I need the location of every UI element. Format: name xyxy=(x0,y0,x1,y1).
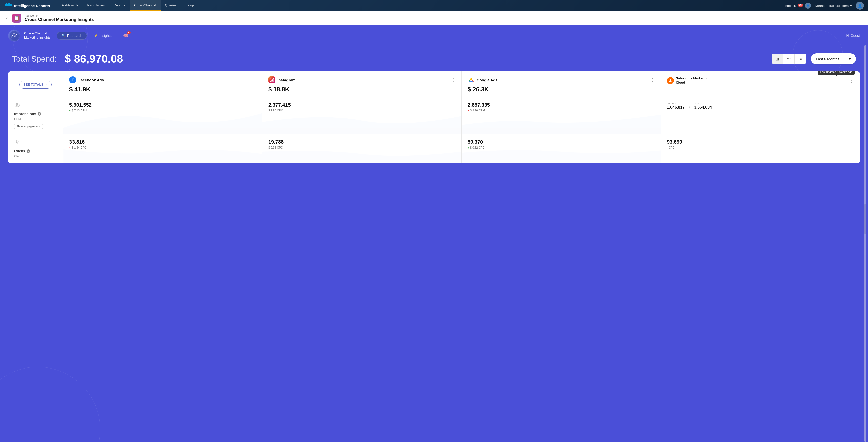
facebook-spend: $ 41.9K xyxy=(69,86,256,93)
grid-label-header: SEE TOTALS → xyxy=(8,71,63,97)
date-range-label: Last 6 Months xyxy=(816,57,839,61)
red-dot-icon: ● xyxy=(468,109,469,112)
google-ads-label: Google Ads xyxy=(477,78,498,82)
ai-icon-wrapper: 🧠 6 xyxy=(123,33,129,38)
see-totals-button[interactable]: SEE TOTALS → xyxy=(19,81,52,89)
ig-clicks-cell: 19,788 $ 0.95 CPC xyxy=(262,134,462,163)
ig-impressions-sub: $ 7.90 CPM xyxy=(269,109,455,112)
google-ads-icon xyxy=(468,76,475,83)
breadcrumb-bar: ‹ 📋 App Demo Cross-Channel Marketing Ins… xyxy=(0,11,868,25)
view-controls: ⊞ 〜 ≡ Last 6 Months ▾ xyxy=(772,54,856,64)
back-button[interactable]: ‹ xyxy=(5,14,8,22)
nav-dashboards[interactable]: Dashboards xyxy=(56,0,83,11)
top-navigation: Intelligence Reports Dashboards Pivot Ta… xyxy=(0,0,868,11)
tab-insights[interactable]: ⚡ Insights xyxy=(89,32,116,40)
facebook-menu[interactable]: ⋮ xyxy=(252,77,256,83)
app-logo-image xyxy=(8,30,20,41)
fb-clicks-cell: 33,816 ● $ 1.24 CPC xyxy=(63,134,262,163)
greeting-text: Hi Guest xyxy=(846,34,860,38)
google-header: Google Ads ⋮ $ 26.3K xyxy=(468,76,654,93)
nav-items: Dashboards Pivot Tables Reports Cross-Ch… xyxy=(56,0,781,11)
sent-value: 3,564,034 xyxy=(694,105,712,109)
clicks-label-cell: Clicks i CPC xyxy=(8,134,63,163)
channel-header-sfmc: Last updated 8 weeks ago Salesforce Mark… xyxy=(661,71,860,97)
sfmc-opens-metric: OPENS 1,046,817 xyxy=(667,102,685,111)
google-menu[interactable]: ⋮ xyxy=(650,77,654,83)
clicks-info-icon[interactable]: i xyxy=(27,149,30,153)
tab-research[interactable]: 🔍 Research xyxy=(57,32,87,40)
trend-view-button[interactable]: 〜 xyxy=(783,54,795,64)
impressions-label-cell: Impressions i CPM Show engagements xyxy=(8,97,63,134)
scroll-thumb[interactable] xyxy=(865,204,867,234)
nav-cross-channel[interactable]: Cross-Channel xyxy=(130,0,160,11)
ga-clicks-value: 50,370 xyxy=(468,139,654,145)
clicks-title: Clicks i xyxy=(14,149,57,153)
feedback-button[interactable]: Feedback 99+ 👤 xyxy=(782,2,811,8)
green-dot-icon: ● xyxy=(69,109,71,112)
instagram-spend: $ 18.8K xyxy=(269,86,455,93)
google-spend: $ 26.3K xyxy=(468,86,654,93)
instagram-header: Instagram ⋮ $ 18.8K xyxy=(269,76,455,93)
green-dot-ga-clicks: ● xyxy=(468,146,469,149)
svg-point-7 xyxy=(16,104,18,106)
app-icon: 📋 xyxy=(12,13,21,23)
filter-button[interactable]: ≡ xyxy=(795,54,806,64)
nav-reports[interactable]: Reports xyxy=(109,0,130,11)
scrollbar[interactable] xyxy=(865,45,867,442)
user-avatar[interactable]: 👤 xyxy=(856,1,864,9)
data-grid: SEE TOTALS → f Facebook Ads ⋮ $ 41.9K xyxy=(8,71,860,163)
main-content: Cross-Channel Marketing Insights 🔍 Resea… xyxy=(0,25,868,442)
ai-badge: 6 xyxy=(127,31,131,34)
breadcrumb-text: App Demo Cross-Channel Marketing Insight… xyxy=(25,14,94,22)
spend-section: Total Spend: $ 86,970.08 ⊞ 〜 ≡ Last 6 Mo… xyxy=(0,46,868,71)
sfmc-clicks-value: 93,690 xyxy=(667,139,854,145)
facebook-icon: f xyxy=(69,76,76,83)
app-logo[interactable]: Intelligence Reports xyxy=(4,3,50,8)
ig-clicks-value: 19,788 xyxy=(269,139,455,145)
svg-point-2 xyxy=(13,33,15,34)
svg-point-3 xyxy=(468,76,475,83)
tab-ai[interactable]: 🧠 6 xyxy=(118,31,133,40)
view-btn-group: ⊞ 〜 ≡ xyxy=(772,54,806,64)
grid-view-button[interactable]: ⊞ xyxy=(772,54,783,64)
facebook-header: f Facebook Ads ⋮ $ 41.9K xyxy=(69,76,256,93)
sfmc-clicks-sub: - CPC xyxy=(667,146,854,149)
red-dot-fb-clicks: ● xyxy=(69,146,71,149)
sfmc-clicks-cell: 93,690 - CPC xyxy=(661,134,860,163)
fb-impressions-cell: 5,901,552 ● $ 7.10 CPM xyxy=(63,97,262,134)
org-selector[interactable]: Northern Trail Outfitters ▾ xyxy=(815,4,852,7)
nav-queries[interactable]: Queries xyxy=(160,0,181,11)
sfmc-header: Salesforce Marketing Cloud ⋮ xyxy=(667,76,854,85)
sfmc-impressions-cell: OPENS 1,046,817 / SENT 3,564,034 xyxy=(661,97,860,134)
chevron-down-icon: ▾ xyxy=(849,57,851,61)
breadcrumb-sub: App Demo xyxy=(25,14,94,17)
facebook-label: Facebook Ads xyxy=(78,78,104,82)
instagram-menu[interactable]: ⋮ xyxy=(451,77,455,83)
impressions-info-icon[interactable]: i xyxy=(38,112,41,116)
nav-pivot-tables[interactable]: Pivot Tables xyxy=(83,0,109,11)
date-range-selector[interactable]: Last 6 Months ▾ xyxy=(811,54,856,64)
sent-label: SENT xyxy=(694,102,712,105)
ig-clicks-sub: $ 0.95 CPC xyxy=(269,146,455,149)
impressions-title: Impressions i xyxy=(14,112,57,116)
nav-setup[interactable]: Setup xyxy=(181,0,198,11)
grid-header-row: SEE TOTALS → f Facebook Ads ⋮ $ 41.9K xyxy=(8,71,860,97)
app-header: Cross-Channel Marketing Insights 🔍 Resea… xyxy=(0,25,868,46)
svg-rect-1 xyxy=(11,38,17,38)
grid-icon: ⊞ xyxy=(776,57,779,61)
channel-header-google: Google Ads ⋮ $ 26.3K xyxy=(462,71,661,97)
impressions-icon xyxy=(14,102,57,109)
spend-value: $ 86,970.08 xyxy=(65,53,123,65)
spend-label: Total Spend: xyxy=(12,55,57,64)
app-logo-circle xyxy=(8,30,20,42)
ig-impressions-cell: 2,377,415 $ 7.90 CPM xyxy=(262,97,462,134)
sfmc-label: Salesforce Marketing Cloud xyxy=(676,76,711,85)
ga-impressions-cell: 2,857,335 ● $ 9.20 CPM xyxy=(462,97,661,134)
ga-clicks-cell: 50,370 ● $ 0.52 CPC xyxy=(462,134,661,163)
sfmc-menu[interactable]: ⋮ xyxy=(849,78,854,83)
show-engagements-button[interactable]: Show engagements xyxy=(14,124,43,129)
filter-icon: ≡ xyxy=(800,57,802,61)
opens-value: 1,046,817 xyxy=(667,105,685,109)
fb-clicks-sub: ● $ 1.24 CPC xyxy=(69,146,256,149)
clicks-row: Clicks i CPC 33,816 ● $ 1.24 CPC xyxy=(8,134,860,163)
